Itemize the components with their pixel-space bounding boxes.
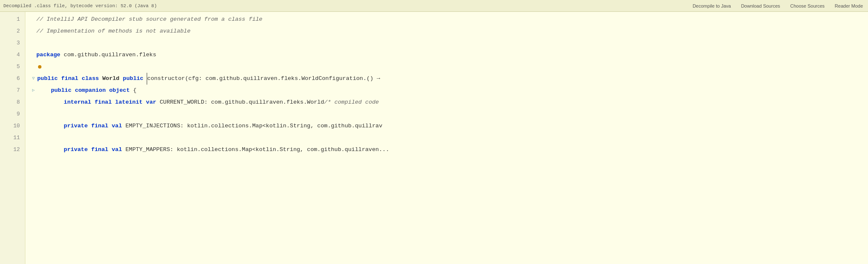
code-area: // IntelliJ API Decompiler stub source g… <box>25 12 868 264</box>
line-num-11: 11 <box>0 132 25 144</box>
line-num-2: 2 <box>0 25 25 37</box>
code-text-9 <box>36 108 40 120</box>
file-info-label: Decompiled .class file, bytecode version… <box>3 3 157 8</box>
line-num-9: 9 <box>0 108 25 120</box>
code-keyword-internal: internal <box>64 96 91 108</box>
code-line-4: package com.github.quillraven.fleks <box>30 49 868 61</box>
code-line-6: ▽ public final class World public constr… <box>30 73 868 85</box>
code-compiled-comment: /* compiled code <box>324 96 379 108</box>
fold-close-icon[interactable]: ▽ <box>30 76 36 82</box>
code-keyword-var: var <box>146 96 156 108</box>
fold-open-icon[interactable]: ▷ <box>30 88 36 94</box>
code-keyword-final-10: final <box>91 120 109 132</box>
dot-marker-icon <box>38 65 41 69</box>
code-line-8: internal final lateinit var CURRENT_WORL… <box>30 96 868 108</box>
line-num-7: 7 <box>0 85 25 96</box>
code-keyword-object: object <box>109 85 130 96</box>
line-numbers: 1 2 3 4 5 6 7 8 9 10 11 12 <box>0 12 25 264</box>
editor-area: 1 2 3 4 5 6 7 8 9 10 11 12 // IntelliJ A… <box>0 12 868 264</box>
code-keyword-public-6: public <box>37 73 58 85</box>
choose-sources-button[interactable]: Choose Sources <box>789 3 826 9</box>
code-line-9 <box>30 108 868 120</box>
code-line-5 <box>30 61 868 73</box>
line-num-12: 12 <box>0 144 25 156</box>
top-bar-left: Decompiled .class file, bytecode version… <box>3 3 157 8</box>
code-text-1: // IntelliJ API Decompiler stub source g… <box>36 14 263 25</box>
code-package-name: com.github.quillraven.fleks <box>60 49 156 61</box>
line-num-1: 1 <box>0 14 25 25</box>
decompile-to-java-button[interactable]: Decompile to Java <box>691 3 733 9</box>
code-text-3 <box>36 37 40 49</box>
line-num-5: 5 <box>0 61 25 73</box>
line-num-8: 8 <box>0 96 25 108</box>
code-line-2: // Implementation of methods is not avai… <box>30 25 868 37</box>
code-empty-injections: EMPTY_INJECTIONS <box>126 120 181 132</box>
download-sources-button[interactable]: Download Sources <box>739 3 782 9</box>
line-num-10: 10 <box>0 120 25 132</box>
code-class-world: World <box>102 73 120 85</box>
code-line-11 <box>30 132 868 144</box>
code-line-1: // IntelliJ API Decompiler stub source g… <box>30 14 868 25</box>
code-keyword-val-10: val <box>112 120 122 132</box>
code-line-7: ▷ public companion object { <box>30 85 868 96</box>
code-keyword-package: package <box>36 49 60 61</box>
code-keyword-public-6b: public <box>123 73 144 85</box>
code-line-3 <box>30 37 868 49</box>
line-num-3: 3 <box>0 37 25 49</box>
code-text-11 <box>36 132 40 144</box>
code-keyword-final-12: final <box>91 144 109 156</box>
code-keyword-lateinit: lateinit <box>115 96 142 108</box>
code-cursor-constructor: constructor <box>147 73 185 85</box>
code-keyword-class: class <box>82 73 99 85</box>
line-num-6: 6 <box>0 73 25 85</box>
code-keyword-final-8: final <box>95 96 112 108</box>
code-line-12: private final val EMPTY_MAPPERS: kotlin.… <box>30 144 868 156</box>
code-keyword-public-7: public <box>51 85 71 96</box>
reader-mode-button[interactable]: Reader Mode <box>833 3 865 9</box>
code-keyword-val-12: val <box>112 144 122 156</box>
code-keyword-private-10: private <box>64 120 88 132</box>
line-num-4: 4 <box>0 49 25 61</box>
code-keyword-private-12: private <box>64 144 88 156</box>
top-bar-right: Decompile to Java Download Sources Choos… <box>691 3 865 9</box>
code-line-10: private final val EMPTY_INJECTIONS : kot… <box>30 120 868 132</box>
top-bar: Decompiled .class file, bytecode version… <box>0 0 868 12</box>
code-current-world: CURRENT_WORLD <box>160 96 204 108</box>
code-keyword-final-6: final <box>61 73 79 85</box>
code-keyword-companion: companion <box>75 85 106 96</box>
code-text-2: // Implementation of methods is not avai… <box>36 25 191 37</box>
